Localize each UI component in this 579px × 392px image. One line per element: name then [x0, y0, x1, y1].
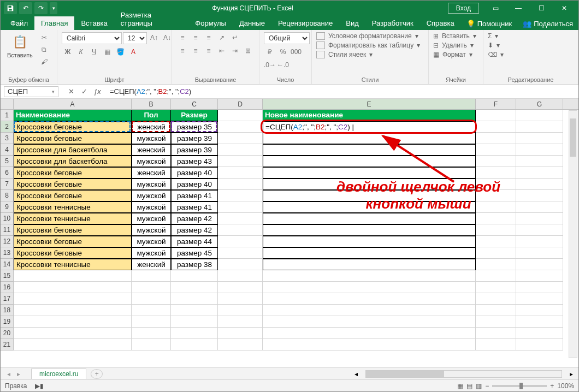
cell[interactable]: мужской	[132, 213, 171, 224]
cell[interactable]	[476, 305, 516, 316]
cell[interactable]: женский	[132, 144, 171, 156]
copy-icon[interactable]: ⧉	[38, 44, 50, 55]
cell[interactable]: мужской	[132, 201, 171, 213]
select-all-triangle[interactable]	[1, 99, 14, 109]
cell[interactable]	[171, 328, 218, 339]
cell[interactable]	[171, 339, 218, 351]
cell[interactable]: Кроссовки беговые	[14, 236, 132, 247]
orientation-icon[interactable]: ↗	[216, 32, 228, 43]
row-header[interactable]: 12	[1, 236, 14, 247]
format-painter-icon[interactable]: 🖌	[38, 56, 50, 67]
cell[interactable]: размер 42	[171, 224, 218, 236]
cell[interactable]	[516, 270, 563, 282]
tell-me[interactable]: 💡Помощник	[461, 17, 518, 30]
comma-icon[interactable]: 000	[290, 46, 302, 57]
cell[interactable]	[263, 224, 476, 236]
merge-icon[interactable]: ⊞	[242, 45, 254, 56]
cell[interactable]	[476, 316, 516, 328]
cell[interactable]: Кроссовки беговые	[14, 179, 132, 190]
sheet-nav-arrows[interactable]: ◂▸	[1, 370, 27, 378]
font-family-select[interactable]: Calibri	[62, 32, 122, 44]
decrease-indent-icon[interactable]: ⇤	[216, 45, 228, 56]
qat-more-icon[interactable]: ▾	[50, 2, 57, 14]
close-icon[interactable]: ✕	[553, 1, 575, 16]
cell[interactable]	[132, 328, 171, 339]
cell[interactable]	[476, 339, 516, 351]
cell[interactable]	[218, 259, 263, 270]
format-as-table-button[interactable]: Форматировать как таблицу ▾	[316, 41, 420, 49]
row-header[interactable]: 3	[1, 133, 14, 144]
row-header[interactable]: 15	[1, 270, 14, 282]
cell[interactable]	[476, 167, 516, 179]
cell[interactable]	[263, 282, 476, 293]
share-button[interactable]: 👥Поделиться	[517, 17, 578, 30]
row-header[interactable]: 2	[1, 121, 14, 133]
row-header[interactable]: 10	[1, 213, 14, 224]
cell[interactable]	[263, 316, 476, 328]
cell[interactable]	[132, 316, 171, 328]
new-sheet-icon[interactable]: +	[91, 369, 103, 379]
cell[interactable]: размер 44	[171, 236, 218, 247]
cell[interactable]	[171, 270, 218, 282]
cell[interactable]: мужской	[132, 224, 171, 236]
redo-icon[interactable]: ↷	[34, 2, 48, 14]
increase-font-icon[interactable]: A↑	[148, 32, 160, 43]
cell[interactable]	[263, 156, 476, 167]
cell[interactable]	[516, 121, 563, 133]
ribbon-display-icon[interactable]: ▭	[485, 1, 506, 16]
worksheet-grid[interactable]: 1 Наименование Пол Размер Новое наименов…	[1, 110, 578, 361]
accounting-icon[interactable]: ₽	[264, 46, 276, 57]
row-header[interactable]: 14	[1, 259, 14, 270]
cell[interactable]	[218, 121, 263, 133]
cell[interactable]	[476, 282, 516, 293]
cell-styles-button[interactable]: Стили ячеек ▾	[316, 51, 373, 58]
cell[interactable]	[14, 328, 132, 339]
cell[interactable]: Кроссовки беговые	[14, 247, 132, 259]
tab-help[interactable]: Справка	[420, 16, 461, 30]
tab-developer[interactable]: Разработчик	[365, 16, 420, 30]
row-header[interactable]: 4	[1, 144, 14, 156]
cell[interactable]: Кроссовки для баскетбола	[14, 144, 132, 156]
cell[interactable]	[516, 328, 563, 339]
cell[interactable]	[476, 110, 516, 121]
cell[interactable]: Новое наименование	[263, 110, 476, 121]
cell[interactable]	[132, 293, 171, 305]
insert-cells-button[interactable]: ⊞Вставить ▾	[433, 32, 476, 40]
cell[interactable]	[218, 270, 263, 282]
cell[interactable]	[218, 224, 263, 236]
bold-button[interactable]: Ж	[62, 46, 74, 57]
cell[interactable]: размер 40	[171, 167, 218, 179]
cell[interactable]	[132, 270, 171, 282]
cell[interactable]: Кроссовки беговые	[14, 190, 132, 201]
fill-button[interactable]: ⬇ ▾	[488, 41, 500, 49]
tab-insert[interactable]: Вставка	[74, 16, 114, 30]
align-right-icon[interactable]: ≡	[203, 45, 215, 56]
cell[interactable]	[263, 236, 476, 247]
cell[interactable]: Пол	[132, 110, 171, 121]
minimize-icon[interactable]: —	[507, 1, 529, 16]
row-header[interactable]: 5	[1, 156, 14, 167]
tab-view[interactable]: Вид	[339, 16, 365, 30]
cell[interactable]: Наименование	[14, 110, 132, 121]
cell[interactable]	[476, 270, 516, 282]
zoom-level[interactable]: 100%	[557, 382, 574, 390]
cell[interactable]: Кроссовки беговые	[14, 133, 132, 144]
cell[interactable]	[516, 133, 563, 144]
sign-in-button[interactable]: Вход	[448, 3, 479, 14]
formula-input[interactable]: =СЦЕП(A2;", ";B2;", ";C2)	[107, 87, 578, 96]
cell[interactable]	[218, 110, 263, 121]
cell[interactable]	[14, 293, 132, 305]
cell[interactable]	[516, 339, 563, 351]
cell[interactable]	[218, 247, 263, 259]
view-pagebreak-icon[interactable]: ▥	[476, 382, 482, 390]
tab-page-layout[interactable]: Разметка страницы	[114, 8, 189, 30]
view-normal-icon[interactable]: ▦	[457, 382, 463, 390]
tab-formulas[interactable]: Формулы	[188, 16, 233, 30]
row-header[interactable]: 9	[1, 201, 14, 213]
cell[interactable]	[516, 213, 563, 224]
cell[interactable]	[476, 259, 516, 270]
cell[interactable]	[218, 282, 263, 293]
cell[interactable]	[218, 167, 263, 179]
col-header-f[interactable]: F	[476, 99, 516, 109]
tab-review[interactable]: Рецензирование	[271, 16, 339, 30]
